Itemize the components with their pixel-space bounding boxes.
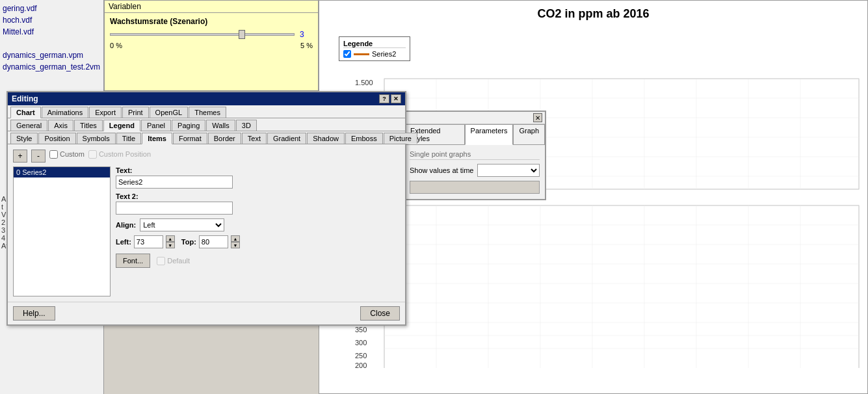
font-button[interactable]: Font... [116,254,150,268]
tab-legend[interactable]: Legend [103,120,140,131]
align-label: Align: [116,221,136,229]
tab-position[interactable]: Position [38,133,75,144]
tab-print[interactable]: Print [122,107,149,118]
tab-3d[interactable]: 3D [236,120,257,131]
show-values-label: Show values at time [410,166,473,174]
text2-field-row: Text 2: [116,192,400,215]
add-item-button[interactable]: + [13,150,27,163]
legend-series-checkbox[interactable] [343,50,351,58]
svg-rect-44 [384,205,859,368]
align-select[interactable]: Left Center Right [140,218,224,231]
tab-chart[interactable]: Chart [10,107,41,118]
spg-titlebar: ✕ [404,112,545,124]
svg-text:1.500: 1.500 [355,79,373,86]
text-field-row: Text: [116,166,400,189]
file-item[interactable]: dynamics_german_test.2vm [3,61,101,73]
text2-input[interactable] [116,202,233,215]
tab-themes[interactable]: Themes [189,107,226,118]
slider-min-label: 0 % [110,42,122,49]
tab-opengl[interactable]: OpenGL [150,107,189,118]
tab-titles[interactable]: Titles [74,120,103,131]
text-input[interactable] [116,176,233,189]
tab-general[interactable]: General [10,120,47,131]
tab-graph[interactable]: Graph [513,124,545,144]
tab-emboss[interactable]: Emboss [345,133,383,144]
dialog-content: + - Custom Custom Position 0 Series2 [8,144,405,302]
close-button[interactable]: Close [360,306,400,321]
tab-shadow[interactable]: Shadow [307,133,345,144]
variables-panel: Variablen Wachstumsrate (Szenario) 3 0 %… [104,0,319,91]
default-checkbox[interactable] [157,257,165,265]
file-item [3,38,101,49]
spg-close-button[interactable]: ✕ [533,113,542,122]
dialog-footer: Help... Close [8,302,405,324]
slider-max-label: 5 % [300,42,313,49]
tab-animations[interactable]: Animations [42,107,88,118]
svg-text:250: 250 [355,352,367,360]
slider-thumb[interactable] [239,30,245,39]
custom-position-checkbox-wrapper: Custom Position [88,150,151,159]
tab-export[interactable]: Export [89,107,122,118]
editing-dialog-title: Editing [12,94,38,103]
left-label: Left: [116,238,131,246]
chart-svg: 1.500 1.450 1.400 1.350 1.300 1.250 650 … [355,36,862,368]
left-spin-down[interactable]: ▼ [166,242,175,248]
tab-format[interactable]: Format [173,133,207,144]
text-label: Text: [116,166,400,174]
variables-panel-title: Variablen [105,1,318,13]
top-label: Top: [181,238,196,246]
spg-tabs: Extended Styles Parameters Graph [404,124,545,145]
slider-track[interactable] [110,33,295,36]
top-spin-down[interactable]: ▼ [231,242,240,248]
help-button[interactable]: Help... [13,306,55,321]
editing-dialog: Editing ? ✕ Chart Animations Export Prin… [7,91,406,326]
svg-text:200: 200 [355,361,367,368]
titlebar-buttons: ? ✕ [379,94,401,103]
spg-content: Single point graphs Show values at time [404,145,545,199]
editing-dialog-titlebar: Editing ? ✕ [8,92,405,105]
slider-value: 3 [300,30,313,39]
tab-parameters[interactable]: Parameters [465,124,514,145]
tab-panel[interactable]: Panel [141,120,171,131]
svg-text:350: 350 [355,326,367,334]
show-values-dropdown[interactable] [477,164,540,177]
tab-paging[interactable]: Paging [172,120,205,131]
file-item[interactable]: dynamics_german.vpm [3,49,101,61]
bottom-row: Font... Default [116,254,400,268]
custom-checkbox[interactable] [49,150,58,159]
list-item[interactable]: 0 Series2 [14,167,110,177]
tab-border[interactable]: Border [208,133,241,144]
custom-position-checkbox[interactable] [88,150,97,159]
top-spin-buttons: ▲ ▼ [231,235,240,248]
tab-symbols[interactable]: Symbols [77,133,116,144]
tab-axis[interactable]: Axis [48,120,73,131]
left-spin-up[interactable]: ▲ [166,235,175,242]
left-spin-buttons: ▲ ▼ [166,235,175,248]
tab-picture[interactable]: Picture [384,133,417,144]
tabs-row3: Style Position Symbols Title Items Forma… [8,131,405,144]
top-spin-up[interactable]: ▲ [231,235,240,242]
text2-label: Text 2: [116,192,400,200]
remove-item-button[interactable]: - [31,150,46,163]
show-values-row: Show values at time [410,164,540,177]
tab-title[interactable]: Title [116,133,141,144]
file-item[interactable]: hoch.vdf [3,14,101,26]
items-toolbar: + - Custom Custom Position [13,150,400,163]
close-button-titlebar[interactable]: ✕ [391,94,401,103]
tab-walls[interactable]: Walls [206,120,235,131]
custom-checkbox-wrapper: Custom [49,150,85,159]
help-button-titlebar[interactable]: ? [379,94,389,103]
tab-gradient[interactable]: Gradient [267,133,306,144]
file-item[interactable]: Mittel.vdf [3,26,101,38]
tabs-row1: Chart Animations Export Print OpenGL The… [8,105,405,118]
align-row: Align: Left Center Right [116,218,400,231]
tab-style[interactable]: Style [10,133,38,144]
tab-text[interactable]: Text [242,133,267,144]
left-input[interactable] [134,235,163,248]
file-item[interactable]: gering.vdf [3,3,101,14]
items-list[interactable]: 0 Series2 [13,166,111,296]
top-input[interactable] [199,235,228,248]
tab-items[interactable]: Items [142,133,172,144]
spg-textbox [410,181,540,194]
default-label: Default [167,257,190,265]
